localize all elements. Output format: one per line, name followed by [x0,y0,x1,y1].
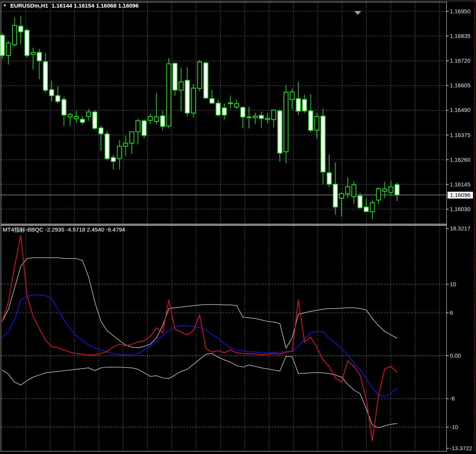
bear-candle [296,99,301,111]
bull-candle [167,64,171,126]
bull-candle [346,187,350,194]
bear-candle [93,112,97,128]
bull-candle [383,189,387,191]
bear-candle [222,108,227,115]
bull-candle [31,52,35,54]
indicator-axis-label: 0.00 [450,352,461,359]
bull-candle [315,117,319,130]
indicator-axis-label: -6 [450,395,455,402]
bull-candle [253,116,257,118]
price-axis-label: 1.16030 [450,206,470,212]
bear-candle [185,80,189,113]
indicator-axis-max-label: 18.3217 [450,225,470,232]
bull-candle [130,132,134,143]
bull-candle [179,82,183,90]
bear-candle [364,207,368,211]
bear-candle [395,184,399,195]
current-price-tag: 1.16096 [448,192,473,199]
chart-shift-icon[interactable] [354,11,361,15]
price-axis-label: 1.16375 [450,132,470,138]
bear-candle [204,63,208,98]
bear-candle [333,184,337,207]
chart-title: ▼ EURUSDm,H1 1.16144 1.16154 1.16068 1.1… [3,2,139,9]
bull-candle [198,62,202,88]
bear-candle [327,173,331,184]
bull-candle [148,117,153,120]
bear-candle [303,99,307,111]
bear-candle [19,26,23,32]
bear-candle [321,116,325,172]
bull-candle [74,117,79,119]
indicator-axis-label: 10 [450,281,456,287]
bear-candle [142,121,146,136]
bull-candle [229,103,233,104]
indicator-axis-min-label: -13.3722 [450,445,472,451]
bull-candle [124,143,128,146]
bear-candle [173,63,177,90]
bear-candle [210,99,214,103]
bear-candle [259,115,263,118]
bear-candle [358,196,362,208]
indicator-axis-label: -10 [450,424,458,430]
bear-candle [43,62,47,90]
bear-candle [50,90,54,96]
bull-candle [191,88,195,113]
price-axis-label: 1.16260 [450,156,470,163]
bear-candle [161,116,165,126]
bull-candle [272,110,276,120]
symbol-dropdown-icon[interactable]: ▼ [3,3,7,8]
bull-candle [290,92,294,99]
bull-candle [6,43,11,55]
bull-candle [87,112,91,117]
bull-candle [247,117,251,118]
candlestick-series [0,16,399,219]
bull-candle [136,121,140,132]
bull-candle [68,115,72,117]
bear-candle [25,30,29,55]
bull-candle [339,194,344,198]
bull-candle [235,104,239,107]
price-axis-label: 1.16145 [450,181,470,188]
bull-candle [370,203,375,212]
bear-candle [80,119,85,122]
price-axis-label: 1.16490 [450,107,470,113]
bear-candle [216,103,220,115]
price-axis-label: 1.16605 [450,82,470,88]
bull-candle [284,92,288,152]
bull-candle [389,187,393,192]
bear-candle [37,52,41,61]
bull-candle [352,185,356,197]
price-axis-label: 1.16720 [450,57,470,64]
signal-blue-line [2,295,397,396]
price-axis-label: 1.16835 [450,33,470,39]
bull-candle [154,117,159,121]
pane-separator[interactable] [0,223,447,226]
indicator-axis-label: 6 [450,309,453,316]
bear-candle [278,111,282,153]
bear-candle [99,128,103,134]
bear-candle [241,107,245,117]
bbqc-indicator-lines [2,236,397,441]
bear-candle [309,111,313,130]
upper-band-line [2,258,397,348]
bear-candle [56,96,60,101]
bull-candle [265,118,270,120]
main-red-line [2,236,397,441]
bear-candle [111,158,115,161]
mt4-chart-window: ▼ EURUSDm,H1 1.16144 1.16154 1.16068 1.1… [0,0,476,454]
bear-candle [62,99,66,115]
bull-candle [117,146,121,158]
symbol-period-label: EURUSDm,H1 [10,2,48,9]
indicator-title: MT4指标-BBQC -2.2935 -4.5718 2.4540 -9.479… [3,226,125,233]
lower-band-line [2,353,397,428]
bear-candle [105,134,109,159]
bull-candle [377,189,381,200]
bull-candle [13,25,17,45]
title-ohlc-values: 1.16144 1.16154 1.16068 1.16096 [52,2,139,9]
price-axis-label: 1.16950 [450,8,470,14]
